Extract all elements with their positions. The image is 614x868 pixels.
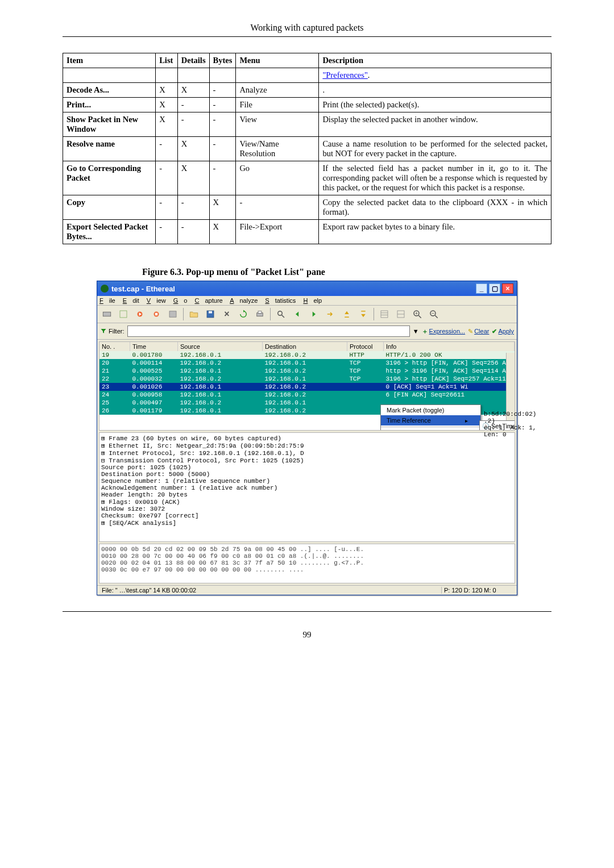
packet-row[interactable]: 210.000525192.168.0.1192.168.0.2TCPhttp … [99, 367, 515, 375]
back-icon[interactable] [290, 307, 305, 321]
open-icon[interactable] [186, 307, 201, 321]
find-icon[interactable] [273, 307, 288, 321]
svg-rect-7 [209, 311, 212, 314]
packet-row[interactable]: 220.000032192.168.0.2192.168.0.1TCP3196 … [99, 375, 515, 383]
close-button[interactable]: × [502, 283, 513, 294]
packet-row[interactable]: 200.000114192.168.0.2192.168.0.1TCP3196 … [99, 359, 515, 367]
interfaces-icon[interactable] [99, 307, 114, 321]
packet-details[interactable]: ⊞ Frame 23 (60 bytes on wire, 60 bytes c… [99, 432, 515, 542]
col-description: Description [322, 56, 363, 65]
print-icon[interactable] [252, 307, 267, 321]
col-menu: Menu [239, 56, 260, 65]
context-menu-item[interactable]: Mark Packet (toggle) [381, 405, 480, 415]
menu-statistics[interactable]: Statistics [265, 297, 296, 304]
minimize-button[interactable]: _ [476, 283, 487, 294]
page-number: 99 [63, 630, 551, 640]
gofirst-icon[interactable] [339, 307, 354, 321]
packet-bytes[interactable]: 0000 00 0b 5d 20 cd 02 00 09 5b 2d 75 9a… [99, 544, 515, 583]
menu-view[interactable]: View [147, 297, 166, 304]
packet-row[interactable]: 230.001026192.168.0.1192.168.0.20 [ACK] … [99, 383, 515, 391]
app-icon [101, 285, 109, 293]
filter-bar: Filter: ▼ ＋Expression... ✎Clear ✔Apply [97, 323, 517, 340]
forward-icon[interactable] [306, 307, 321, 321]
zoom-out-icon[interactable] [426, 307, 441, 321]
col-item: Item [67, 56, 83, 65]
zoom-in-icon[interactable] [410, 307, 425, 321]
item-show-packet: Show Packet in New Window [67, 115, 138, 133]
apply-button[interactable]: ✔Apply [492, 328, 514, 335]
status-bar: File: " …\test.cap" 14 KB 00:00:02 P: 12… [97, 585, 517, 595]
menu-capture[interactable]: Capture [195, 297, 223, 304]
svg-rect-14 [381, 311, 388, 318]
col-list: List [159, 56, 173, 65]
col-details: Details [181, 56, 206, 65]
packet-list[interactable]: No. . Time Source Destination Protocol I… [99, 341, 515, 431]
menu-go[interactable]: Go [173, 297, 188, 304]
table-row: Copy - - X - Copy the selected packet da… [63, 195, 551, 220]
autoscroll-icon[interactable] [393, 307, 408, 321]
reload-icon[interactable] [236, 307, 251, 321]
svg-line-20 [418, 315, 421, 318]
table-row: Go to Corresponding Packet - X - Go If t… [63, 161, 551, 195]
window-title: test.cap - Ethereal [111, 285, 175, 293]
expression-button[interactable]: ＋Expression... [422, 327, 466, 336]
stop-icon[interactable] [149, 307, 164, 321]
item-decode-as: Decode As... [67, 85, 109, 94]
packet-row[interactable]: 190.001780192.168.0.1192.168.0.2HTTPHTTP… [99, 351, 515, 359]
item-export-bytes: Export Selected Packet Bytes... [67, 222, 148, 241]
svg-line-24 [435, 315, 438, 318]
svg-rect-1 [120, 311, 127, 318]
footer-rule [63, 611, 551, 612]
item-print: Print... [67, 100, 91, 109]
colorize-icon[interactable] [377, 307, 392, 321]
menu-edit[interactable]: Edit [123, 297, 139, 304]
table-header-row: Item List Details Bytes Menu Description [63, 53, 551, 68]
svg-rect-0 [103, 312, 111, 316]
save-icon[interactable] [203, 307, 218, 321]
svg-point-10 [278, 311, 283, 316]
menubar[interactable]: File Edit View Go Capture Analyze Statis… [97, 296, 517, 306]
filter-input[interactable] [127, 326, 410, 337]
svg-line-11 [282, 315, 285, 318]
page-header: Working with captured packets [63, 23, 551, 33]
menu-file[interactable]: File [99, 297, 115, 304]
item-copy: Copy [67, 198, 85, 207]
header-rule [63, 36, 551, 37]
context-menu-item[interactable]: Time Reference [381, 415, 480, 425]
table-row: Resolve name - X - View/Name Resolution … [63, 137, 551, 161]
svg-rect-9 [258, 311, 262, 314]
table-row: Export Selected Packet Bytes... - - X Fi… [63, 220, 551, 244]
goto-icon[interactable] [323, 307, 338, 321]
options-icon[interactable] [116, 307, 131, 321]
context-menu-item[interactable]: Apply as Filter [381, 428, 480, 431]
clear-button[interactable]: ✎Clear [468, 328, 489, 335]
status-left: File: " …\test.cap" 14 KB 00:00:02 [99, 587, 442, 594]
menu-help[interactable]: Help [303, 297, 322, 304]
table-row: Show Packet in New Window X - - View Dis… [63, 112, 551, 137]
ethereal-window: test.cap - Ethereal _ ▢ × File Edit View… [97, 281, 517, 595]
menu-items-table: Item List Details Bytes Menu Description… [63, 53, 551, 244]
item-resolve-name: Resolve name [67, 139, 115, 148]
start-icon[interactable] [132, 307, 147, 321]
table-row: Decode As... X X - Analyze . [63, 83, 551, 98]
svg-rect-4 [155, 313, 158, 316]
preferences-link[interactable]: "Preferences" [322, 70, 367, 80]
packet-row[interactable]: 240.000958192.168.0.1192.168.0.26 [FIN A… [99, 391, 515, 399]
status-right: P: 120 D: 120 M: 0 [442, 587, 515, 594]
close-icon[interactable]: × [219, 307, 234, 321]
svg-rect-5 [169, 311, 176, 318]
item-go-corresponding: Go to Corresponding Packet [67, 164, 141, 182]
col-bytes: Bytes [213, 56, 233, 65]
context-menu[interactable]: Mark Packet (toggle)Time ReferenceApply … [380, 404, 481, 431]
table-row: "Preferences". [63, 68, 551, 83]
detail-fragment: b:5d:20:cd:02).2)eq: 1, Ack: 1, Len: 0 [484, 411, 536, 438]
titlebar[interactable]: test.cap - Ethereal _ ▢ × [97, 281, 517, 296]
golast-icon[interactable] [356, 307, 371, 321]
toolbar: × [97, 306, 517, 323]
restart-icon[interactable] [165, 307, 180, 321]
table-row: Print... X - - File Print (the selected)… [63, 98, 551, 112]
filter-label[interactable]: Filter: [100, 328, 125, 335]
menu-analyze[interactable]: Analyze [230, 297, 258, 304]
packet-list-header[interactable]: No. . Time Source Destination Protocol I… [99, 342, 515, 351]
maximize-button[interactable]: ▢ [489, 283, 500, 294]
